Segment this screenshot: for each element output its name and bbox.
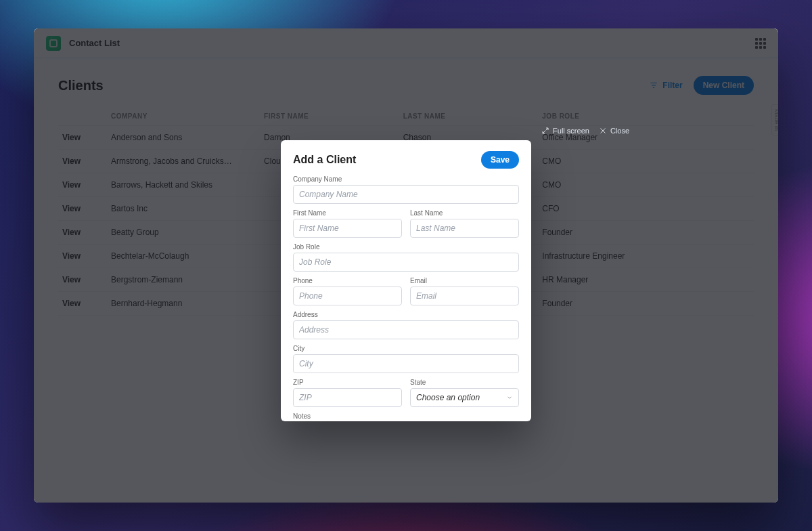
modal-header: Add a Client Save [293,151,519,169]
dialog-controls: Full screen Close [541,127,629,135]
close-button[interactable]: Close [599,127,629,135]
company-input[interactable] [293,185,519,204]
lastname-input[interactable] [410,219,519,238]
zip-input[interactable] [293,388,402,407]
city-input[interactable] [293,354,519,373]
firstname-input[interactable] [293,219,402,238]
state-label: State [410,379,519,386]
zip-label: ZIP [293,379,402,386]
address-label: Address [293,311,519,318]
close-label: Close [610,127,629,135]
email-input[interactable] [410,286,519,305]
app-window: Contact List Clients Filter New Client C… [34,28,778,503]
save-button[interactable]: Save [481,151,519,169]
firstname-label: First Name [293,209,402,217]
fullscreen-button[interactable]: Full screen [541,127,589,135]
modal-title: Add a Client [293,154,356,166]
chevron-down-icon [506,394,513,401]
email-label: Email [410,277,519,284]
state-select-value: Choose an option [416,393,480,402]
fullscreen-label: Full screen [553,127,589,135]
jobrole-label: Job Role [293,243,519,251]
address-input[interactable] [293,320,519,339]
state-select[interactable]: Choose an option [410,388,519,407]
add-client-modal: Add a Client Save Company Name First Nam… [281,140,531,421]
notes-label: Notes [293,412,519,420]
phone-input[interactable] [293,286,402,305]
lastname-label: Last Name [410,209,519,217]
close-icon [599,127,607,135]
fullscreen-icon [541,127,549,135]
jobrole-input[interactable] [293,253,519,272]
modal-wrapper: Add a Client Save Company Name First Nam… [34,28,778,503]
city-label: City [293,345,519,352]
company-label: Company Name [293,175,519,183]
phone-label: Phone [293,277,402,284]
